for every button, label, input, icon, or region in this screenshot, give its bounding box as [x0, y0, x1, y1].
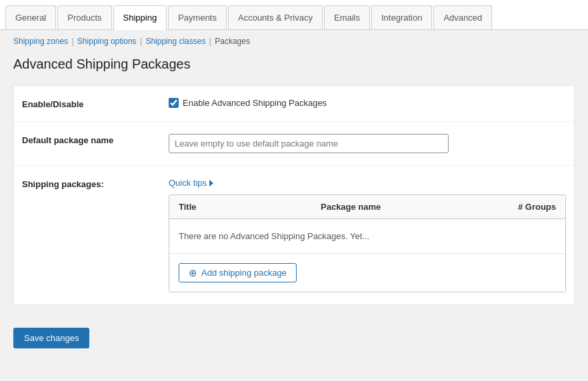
breadcrumb-shipping-classes[interactable]: Shipping classes — [145, 37, 205, 46]
packages-table: Title Package name # Groups There are no… — [169, 194, 566, 292]
quick-tips-text: Quick tips — [169, 178, 207, 188]
breadcrumb-shipping-options[interactable]: Shipping options — [77, 37, 137, 46]
shipping-packages-label: Shipping packages: — [22, 178, 169, 189]
bottom-bar: Save changes — [13, 321, 575, 355]
tab-integration[interactable]: Integration — [371, 5, 432, 29]
tab-emails[interactable]: Emails — [324, 5, 370, 29]
enable-disable-label: Enable/Disable — [22, 98, 169, 109]
breadcrumb-shipping-zones[interactable]: Shipping zones — [13, 37, 68, 46]
breadcrumb: Shipping zones | Shipping options | Ship… — [13, 37, 575, 46]
tab-shipping[interactable]: Shipping — [113, 5, 167, 30]
chevron-right-icon — [209, 180, 213, 187]
tab-products[interactable]: Products — [57, 5, 111, 29]
enable-checkbox-row: Enable Advanced Shipping Packages — [169, 98, 566, 108]
add-shipping-package-button[interactable]: ⊕ Add shipping package — [179, 263, 297, 282]
col-package-name-header: Package name — [321, 202, 463, 212]
col-title-header: Title — [179, 202, 321, 212]
main-content: Shipping zones | Shipping options | Ship… — [0, 30, 588, 368]
enable-disable-value: Enable Advanced Shipping Packages — [169, 98, 566, 108]
add-shipping-package-label: Add shipping package — [201, 268, 287, 278]
packages-table-header: Title Package name # Groups — [169, 195, 565, 219]
tabs-bar: General Products Shipping Payments Accou… — [0, 0, 588, 30]
shipping-packages-value: Quick tips Title Package name # Groups T… — [169, 178, 566, 292]
default-package-name-value — [169, 134, 566, 153]
tab-accounts-privacy[interactable]: Accounts & Privacy — [228, 5, 323, 29]
shipping-packages-row: Shipping packages: Quick tips Title Pack… — [14, 166, 574, 304]
default-package-name-label: Default package name — [22, 134, 169, 145]
packages-footer: ⊕ Add shipping package — [169, 254, 565, 292]
tab-general[interactable]: General — [5, 5, 56, 29]
packages-empty-message: There are no Advanced Shipping Packages.… — [169, 219, 565, 254]
enable-checkbox-label[interactable]: Enable Advanced Shipping Packages — [183, 98, 327, 108]
enable-checkbox[interactable] — [169, 98, 179, 108]
page-title: Advanced Shipping Packages — [13, 57, 575, 72]
breadcrumb-separator-2: | — [140, 37, 144, 46]
enable-disable-row: Enable/Disable Enable Advanced Shipping … — [14, 86, 574, 122]
breadcrumb-separator-1: | — [71, 37, 75, 46]
breadcrumb-separator-3: | — [209, 37, 213, 46]
default-package-name-input[interactable] — [169, 134, 449, 153]
tab-advanced[interactable]: Advanced — [433, 5, 492, 29]
quick-tips-link[interactable]: Quick tips — [169, 178, 213, 188]
plus-icon: ⊕ — [189, 268, 197, 278]
col-groups-header: # Groups — [463, 202, 556, 212]
tab-payments[interactable]: Payments — [168, 5, 227, 29]
settings-section: Enable/Disable Enable Advanced Shipping … — [13, 85, 575, 305]
default-package-name-row: Default package name — [14, 122, 574, 166]
breadcrumb-current: Packages — [215, 37, 250, 46]
save-changes-button[interactable]: Save changes — [13, 328, 89, 348]
